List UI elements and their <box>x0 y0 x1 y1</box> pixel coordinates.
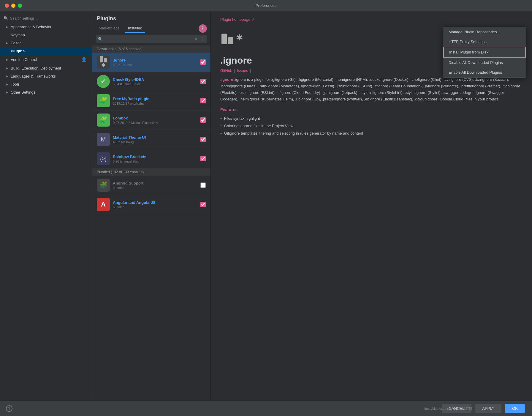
sidebar-search-label: Search settings... <box>10 16 38 21</box>
search-options-button[interactable]: ⋮ <box>200 36 205 42</box>
plugin-meta: bundled <box>113 186 197 190</box>
window-title: Preferences <box>256 3 276 8</box>
external-link-icon: ↗ <box>251 17 255 22</box>
search-icon: 🔍 <box>4 16 8 21</box>
plugin-panel-title: Plugins <box>92 11 210 24</box>
window-controls <box>5 4 22 8</box>
ok-button[interactable]: OK <box>505 404 525 413</box>
plugin-icon-android: 🧩 <box>97 179 110 192</box>
plugin-info: Rainbow Brackets 5.26 izhangzhihao <box>113 155 197 163</box>
dropdown-item-http-proxy[interactable]: HTTP Proxy Settings... <box>443 37 526 47</box>
plugin-homepage-link[interactable]: Plugin homepage ↗ <box>220 17 522 22</box>
plugin-enabled-checkbox[interactable] <box>200 202 206 207</box>
tab-marketplace[interactable]: Marketplace <box>96 24 123 33</box>
sidebar-item-version-control[interactable]: ▶ Version Control 👤 <box>0 55 92 64</box>
plugin-info: Lombok 0.27-2019.2 Michail Plushnikov <box>113 116 197 125</box>
list-item[interactable]: A Angular and AngularJS bundled <box>92 195 210 214</box>
search-icon: 🔍 <box>98 37 103 41</box>
plugin-icon-ignore: ✱ <box>97 56 110 69</box>
plugin-tabs: Marketplace Installed ⋮ <box>92 24 210 33</box>
plugin-enabled-checkbox[interactable] <box>200 137 206 142</box>
plugin-enabled-checkbox[interactable] <box>200 79 206 84</box>
plugin-search-bar: 🔍 ✕ ⋮ <box>96 35 207 43</box>
plugin-meta: 4.5.2 Mallowigi <box>113 140 197 144</box>
list-item[interactable]: ✔ CheckStyle-IDEA 5.34.0 Jamie Shiell <box>92 72 210 91</box>
dropdown-menu: Manage Plugin Repositories... HTTP Proxy… <box>443 27 526 78</box>
sidebar-item-keymap[interactable]: Keymap <box>0 31 92 39</box>
plugin-icon-checkstyle: ✔ <box>97 75 110 88</box>
plugin-name-bold: .ignore <box>220 77 233 82</box>
list-item[interactable]: 🧩 Android Support bundled <box>92 176 210 195</box>
sidebar-search[interactable]: 🔍 Search settings... <box>0 14 92 23</box>
plugin-search-input[interactable] <box>104 37 193 41</box>
dropdown-item-disable-all[interactable]: Disable All Downloaded Plugins <box>443 58 526 67</box>
sidebar-item-label: Keymap <box>11 33 25 37</box>
chevron-icon: ▶ <box>6 25 8 29</box>
plugin-name: CheckStyle-IDEA <box>113 77 197 82</box>
titlebar: Preferences <box>0 0 532 11</box>
github-link[interactable]: GitHub <box>220 68 232 73</box>
issues-link[interactable]: Issues <box>237 68 248 73</box>
plugin-info: CheckStyle-IDEA 5.34.0 Jamie Shiell <box>113 77 197 86</box>
downloaded-section-header: Downloaded (6 of 6 enabled) <box>92 45 210 53</box>
plugin-info: Android Support bundled <box>113 181 197 190</box>
plugin-name: .ignore <box>113 58 197 62</box>
dropdown-item-install-disk[interactable]: Install Plugin from Disk... <box>443 47 526 58</box>
plugin-enabled-checkbox[interactable] <box>200 59 206 65</box>
sidebar-item-languages[interactable]: ▶ Languages & Frameworks <box>0 72 92 80</box>
plugin-name: Free MyBatis plugin <box>113 97 197 101</box>
plugin-icon-rainbow: {>} <box>97 152 110 165</box>
sidebar-item-appearance[interactable]: ▶ Appearance & Behavior <box>0 23 92 31</box>
large-ignore-icon: ✱ <box>221 33 243 44</box>
plugin-info: Free MyBatis plugin 2019.11.27 wuzhizhan <box>113 97 197 105</box>
list-item[interactable]: 🧩 Free MyBatis plugin 2019.11.27 wuzhizh… <box>92 91 210 111</box>
plugin-icon-angular: A <box>97 198 110 211</box>
plugin-meta: 5.34.0 Jamie Shiell <box>113 82 197 86</box>
help-button[interactable]: ? <box>6 405 12 412</box>
list-item: Gitignore templates filtering and select… <box>220 130 522 137</box>
plugin-enabled-checkbox[interactable] <box>200 156 206 161</box>
plugin-meta: 0.27-2019.2 Michail Plushnikov <box>113 121 197 125</box>
sidebar-item-tools[interactable]: ▶ Tools <box>0 80 92 88</box>
sidebar-item-label: Version Control <box>11 57 37 62</box>
plugin-name: Material Theme UI <box>113 135 197 140</box>
vcs-icon: 👤 <box>81 57 87 62</box>
list-item[interactable]: {>} Rainbow Brackets 5.26 izhangzhihao <box>92 149 210 168</box>
dropdown-item-enable-all[interactable]: Enable All Downloaded Plugins <box>443 67 526 77</box>
sidebar-item-label: Plugins <box>11 49 25 53</box>
list-item[interactable]: 🧩 Lombok 0.27-2019.2 Michail Plushnikov <box>92 111 210 130</box>
sidebar-item-editor[interactable]: ▶ Editor <box>0 39 92 47</box>
chevron-icon: ▶ <box>6 41 8 45</box>
maximize-button[interactable] <box>18 4 22 8</box>
list-item[interactable]: M Material Theme UI 4.5.2 Mallowigi <box>92 130 210 149</box>
plugin-icon-lombok: 🧩 <box>97 114 110 127</box>
clear-search-button[interactable]: ✕ <box>194 37 198 42</box>
chevron-icon: ▶ <box>6 75 8 78</box>
list-item[interactable]: ✱ .ignore 3.2.2.192 hsz <box>92 53 210 72</box>
sidebar-item-other[interactable]: ▶ Other Settings <box>0 88 92 96</box>
features-title: Features <box>220 107 522 112</box>
detail-description: .ignore .ignore is a plugin for .gitigno… <box>220 76 522 103</box>
url-display: https://blog.csdn.net/qq_21922755 <box>422 407 473 410</box>
plugin-meta: 2019.11.27 wuzhizhan <box>113 102 197 105</box>
description-text: .ignore is a plugin for .gitignore (Git)… <box>220 77 520 101</box>
plugin-icon-material: M <box>97 133 110 146</box>
tab-installed[interactable]: Installed <box>125 24 145 33</box>
dropdown-item-manage-repos[interactable]: Manage Plugin Repositories... <box>443 27 526 37</box>
plugin-enabled-checkbox[interactable] <box>200 98 206 103</box>
apply-button[interactable]: APPLY <box>475 404 501 413</box>
list-item: Coloring ignored files in the Project Vi… <box>220 122 522 130</box>
plugin-enabled-checkbox[interactable] <box>200 182 206 188</box>
ignore-icon: ✱ <box>100 56 107 68</box>
detail-plugin-icon: ✱ <box>220 26 244 50</box>
plugin-enabled-checkbox[interactable] <box>200 117 206 123</box>
chevron-icon: ▶ <box>6 83 8 86</box>
detail-features: Features Files syntax highlight Coloring… <box>220 107 522 137</box>
plugin-menu-button[interactable]: ⋮ <box>199 24 207 33</box>
minimize-button[interactable] <box>11 4 15 8</box>
sidebar-item-build[interactable]: ▶ Build, Execution, Deployment <box>0 64 92 72</box>
plugin-list-panel: Plugins Marketplace Installed ⋮ 🔍 ✕ ⋮ Do… <box>92 11 211 401</box>
sidebar-item-label: Editor <box>11 41 21 45</box>
close-button[interactable] <box>5 4 9 8</box>
sidebar-item-plugins[interactable]: Plugins <box>0 47 92 55</box>
